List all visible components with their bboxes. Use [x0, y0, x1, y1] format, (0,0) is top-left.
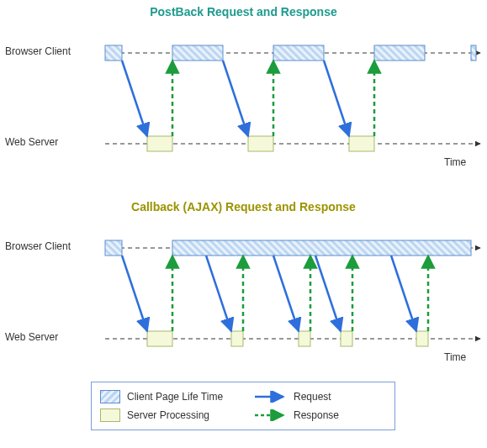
- legend-client-swatch: [100, 390, 120, 403]
- legend-response-label: Response: [294, 409, 339, 421]
- svg-line-28: [206, 256, 231, 331]
- svg-rect-5: [172, 45, 223, 61]
- svg-line-30: [315, 256, 341, 331]
- svg-line-14: [324, 61, 349, 136]
- svg-rect-20: [105, 240, 122, 256]
- svg-line-29: [273, 256, 299, 331]
- svg-line-13: [223, 61, 248, 136]
- svg-line-27: [122, 256, 147, 331]
- legend-request-label: Request: [294, 391, 331, 403]
- legend-client-label: Client Page Life Time: [127, 391, 253, 403]
- svg-rect-4: [105, 45, 122, 61]
- svg-line-31: [391, 256, 416, 331]
- svg-rect-11: [349, 136, 374, 151]
- legend-server-label: Server Processing: [127, 409, 253, 421]
- svg-rect-21: [172, 240, 471, 256]
- legend-server-swatch: [100, 408, 120, 422]
- svg-rect-22: [147, 331, 172, 346]
- svg-line-12: [122, 61, 147, 136]
- svg-rect-26: [416, 331, 428, 346]
- svg-rect-25: [341, 331, 352, 346]
- legend-request-arrow-icon: [253, 391, 287, 403]
- svg-rect-8: [471, 45, 476, 61]
- svg-rect-10: [248, 136, 273, 151]
- svg-rect-6: [273, 45, 324, 61]
- legend: Client Page Life Time Request Server Pro…: [91, 382, 395, 430]
- legend-response-arrow-icon: [253, 409, 287, 421]
- svg-rect-23: [231, 331, 243, 346]
- svg-rect-24: [299, 331, 310, 346]
- diagram-canvas: PostBack Request and Response Callback (…: [0, 0, 487, 448]
- svg-rect-9: [147, 136, 172, 151]
- svg-rect-7: [374, 45, 425, 61]
